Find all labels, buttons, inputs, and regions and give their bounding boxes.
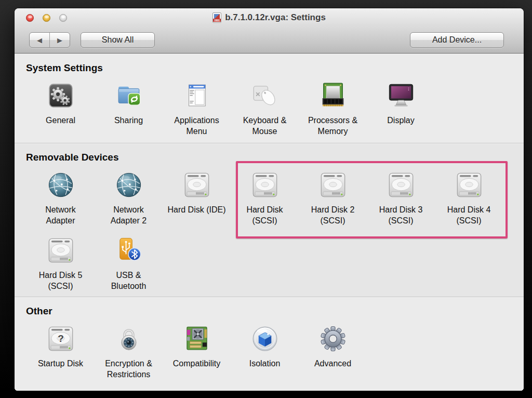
processors-memory-icon: [318, 81, 348, 111]
vmx-document-icon: VMX: [212, 12, 221, 23]
removable-devices-grid: Network Adapter Network Adapter 2 Hard D…: [15, 170, 508, 301]
device-label: Compatibility: [173, 358, 221, 369]
device-label: Keyboard & Mouse: [234, 115, 296, 137]
device-applications-menu[interactable]: Applications Menu: [163, 81, 231, 137]
device-label: Hard Disk 3 (SCSI): [370, 204, 432, 226]
device-label: Applications Menu: [166, 115, 228, 137]
device-label: Hard Disk (SCSI): [234, 204, 296, 226]
section-removable-devices: Removable Devices Network Adapter Networ…: [15, 143, 524, 297]
other-grid: Startup Disk Encryption & Restrictions C…: [15, 324, 508, 389]
hard-disk-icon: [318, 170, 348, 200]
hard-disk-icon: [182, 170, 212, 200]
device-label: Processors & Memory: [302, 115, 364, 137]
section-title: Other: [15, 304, 524, 318]
zoom-button[interactable]: [59, 14, 67, 22]
titlebar: VMX b.7.1.0.12r.vga: Settings: [15, 12, 524, 23]
device-processors-memory[interactable]: Processors & Memory: [299, 81, 367, 137]
sharing-icon: [114, 81, 144, 111]
forward-button[interactable]: ▶: [50, 33, 70, 47]
device-label: Display: [387, 115, 414, 126]
section-system-settings: System Settings General Sharing Applicat…: [15, 54, 524, 143]
hard-disk-icon: [454, 170, 484, 200]
minimize-button[interactable]: [43, 14, 50, 22]
device-label: Hard Disk 4 (SCSI): [438, 204, 500, 226]
network-adapter-icon: [46, 170, 76, 200]
device-label: Advanced: [314, 358, 351, 369]
device-isolation[interactable]: Isolation: [231, 324, 299, 380]
device-network-adapter-2[interactable]: Network Adapter 2: [95, 170, 163, 226]
device-hard-disk-ide[interactable]: Hard Disk (IDE): [163, 170, 231, 226]
back-button[interactable]: ◀: [30, 33, 49, 47]
advanced-icon: [318, 324, 348, 354]
traffic-lights: [26, 14, 67, 22]
encryption-icon: [114, 324, 144, 354]
device-encryption-restrictions[interactable]: Encryption & Restrictions: [95, 324, 163, 380]
device-label: Encryption & Restrictions: [98, 358, 159, 380]
hard-disk-icon: [46, 235, 76, 266]
device-compatibility[interactable]: Compatibility: [163, 324, 231, 380]
device-label: Hard Disk 5 (SCSI): [30, 270, 91, 291]
device-startup-disk[interactable]: Startup Disk: [26, 324, 95, 380]
device-label: Network Adapter: [30, 204, 91, 226]
device-label: Hard Disk (IDE): [167, 204, 225, 215]
device-label: Startup Disk: [38, 358, 83, 369]
device-general[interactable]: General: [26, 81, 95, 137]
display-icon: [386, 81, 416, 111]
history-segmented-control: ◀ ▶: [29, 32, 70, 48]
device-advanced[interactable]: Advanced: [299, 324, 367, 380]
show-all-button[interactable]: Show All: [81, 32, 155, 48]
compatibility-icon: [182, 324, 212, 354]
usb-bluetooth-icon: [114, 235, 144, 266]
device-label: Network Adapter 2: [98, 204, 159, 226]
window-title: b.7.1.0.12r.vga: Settings: [225, 12, 326, 23]
device-hard-disk-2-scsi[interactable]: Hard Disk 2 (SCSI): [299, 170, 367, 226]
general-icon: [46, 81, 76, 111]
device-network-adapter[interactable]: Network Adapter: [26, 170, 95, 226]
device-keyboard-mouse[interactable]: Keyboard & Mouse: [231, 81, 299, 137]
keyboard-mouse-icon: [250, 81, 280, 111]
startup-disk-icon: [46, 324, 76, 354]
applications-menu-icon: [182, 81, 212, 111]
device-hard-disk-4-scsi[interactable]: Hard Disk 4 (SCSI): [435, 170, 503, 226]
device-label: USB & Bluetooth: [98, 270, 159, 291]
forward-arrow-icon: ▶: [57, 36, 62, 44]
isolation-icon: [250, 324, 280, 354]
device-hard-disk-5-scsi[interactable]: Hard Disk 5 (SCSI): [26, 235, 95, 291]
device-hard-disk-scsi[interactable]: Hard Disk (SCSI): [231, 170, 299, 226]
add-device-button[interactable]: Add Device...: [410, 32, 504, 48]
toolbar: ◀ ▶ Show All Add Device...: [15, 32, 524, 49]
section-title: Removable Devices: [15, 151, 524, 164]
section-title: System Settings: [15, 61, 524, 75]
section-other: Other Startup Disk Encryption & Restrict…: [15, 297, 524, 391]
hard-disk-icon: [386, 170, 416, 200]
close-button[interactable]: [26, 14, 34, 22]
settings-content: System Settings General Sharing Applicat…: [15, 54, 524, 391]
device-label: Hard Disk 2 (SCSI): [302, 204, 364, 226]
device-usb-bluetooth[interactable]: USB & Bluetooth: [95, 235, 163, 291]
device-sharing[interactable]: Sharing: [95, 81, 163, 137]
device-label: Sharing: [114, 115, 143, 126]
settings-window: VMX b.7.1.0.12r.vga: Settings ◀ ▶ Show A…: [15, 8, 524, 391]
device-label: General: [46, 115, 75, 126]
device-label: Isolation: [249, 358, 281, 369]
back-arrow-icon: ◀: [37, 36, 42, 44]
hard-disk-icon: [250, 170, 280, 200]
device-hard-disk-3-scsi[interactable]: Hard Disk 3 (SCSI): [367, 170, 435, 226]
network-adapter-icon: [114, 170, 144, 200]
window-chrome: VMX b.7.1.0.12r.vga: Settings ◀ ▶ Show A…: [15, 8, 524, 54]
system-settings-grid: General Sharing Applications Menu Keyboa…: [15, 81, 508, 146]
device-display[interactable]: Display: [367, 81, 435, 137]
